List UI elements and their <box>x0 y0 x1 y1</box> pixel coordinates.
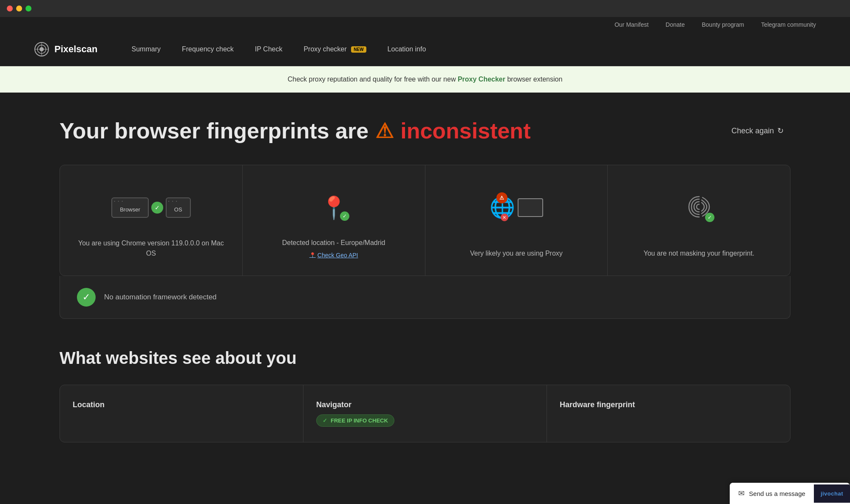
os-box-icon: OS <box>166 197 191 218</box>
proxy-card-text: Very likely you are using Proxy <box>470 248 563 259</box>
location-check-icon: ✓ <box>340 211 349 221</box>
websites-section-title: What websites see about you <box>60 349 790 368</box>
chat-brand: jivochat <box>814 484 850 503</box>
check-again-label: Check again <box>731 127 774 135</box>
check-geo-api-link[interactable]: 📍 Check Geo API <box>309 252 358 259</box>
telegram-community-link[interactable]: Telegram community <box>761 21 816 28</box>
hero-row: Your browser fingerprints are ⚠ inconsis… <box>60 118 790 144</box>
chat-label: Send us a message <box>749 490 805 497</box>
nav-summary[interactable]: Summary <box>132 45 161 53</box>
browser-box-icon: Browser <box>111 197 149 218</box>
check-arrow-icon: ✓ <box>151 202 163 214</box>
fingerprint-card: ✓ You are not masking your fingerprint. <box>608 165 790 276</box>
location-card-text: Detected location - Europe/Madrid <box>282 238 385 248</box>
bottom-location-title: Location <box>73 400 290 409</box>
bottom-navigator-title: Navigator <box>316 400 534 409</box>
fingerprint-icon-wrap: ✓ <box>686 193 713 222</box>
fingerprint-check-icon: ✓ <box>705 213 714 222</box>
chat-widget[interactable]: ✉ Send us a message jivochat <box>730 483 850 504</box>
bounty-program-link[interactable]: Bounty program <box>702 21 744 28</box>
os-label: OS <box>174 206 182 213</box>
main-nav: Summary Frequency check IP Check Proxy c… <box>132 45 816 53</box>
screen-icon <box>518 198 543 217</box>
location-icon-area: 📍 ✓ <box>320 186 348 229</box>
browser-card: Browser ✓ OS You are using Chrome versio… <box>60 165 243 276</box>
hero-heading: Your browser fingerprints are ⚠ inconsis… <box>60 118 530 144</box>
nav-proxy-checker[interactable]: Proxy checker NEW <box>303 45 366 53</box>
logo-icon <box>34 42 49 57</box>
proxy-new-badge: NEW <box>351 46 366 53</box>
chat-icon: ✉ <box>738 489 745 498</box>
bottom-navigator-card: Navigator ✓ FREE IP INFO CHECK <box>303 385 547 442</box>
close-button[interactable] <box>7 6 13 11</box>
browser-icon-area: Browser ✓ OS <box>111 186 190 229</box>
promo-banner: Check proxy reputation and quality for f… <box>0 66 850 93</box>
our-manifest-link[interactable]: Our Manifest <box>615 21 649 28</box>
donate-link[interactable]: Donate <box>666 21 685 28</box>
nav-location-info[interactable]: Location info <box>388 45 426 53</box>
fingerprint-icon-area: ✓ <box>686 186 713 229</box>
bottom-hardware-title: Hardware fingerprint <box>560 400 777 409</box>
proxy-x-icon: ✕ <box>501 214 508 221</box>
bottom-hardware-card: Hardware fingerprint <box>547 385 790 442</box>
fingerprint-card-text: You are not masking your fingerprint. <box>643 248 754 259</box>
hero-prefix: Your browser fingerprints are <box>60 118 368 144</box>
logo[interactable]: Pixelscan <box>34 42 98 57</box>
no-automation-bar: ✓ No automation framework detected <box>60 276 790 319</box>
proxy-warning-icon: ⚠ <box>496 192 507 203</box>
summary-cards: Browser ✓ OS You are using Chrome versio… <box>60 165 790 276</box>
bottom-navigator-badge[interactable]: ✓ FREE IP INFO CHECK <box>316 414 394 427</box>
location-icon-wrap: 📍 ✓ <box>320 195 348 221</box>
banner-text-before: Check proxy reputation and quality for f… <box>288 76 458 83</box>
nav-ip-check[interactable]: IP Check <box>255 45 283 53</box>
proxy-checker-link[interactable]: Proxy Checker <box>458 76 505 83</box>
browser-card-text: You are using Chrome version 119.0.0.0 o… <box>73 238 230 259</box>
banner-text-after: browser extension <box>505 76 562 83</box>
location-card: 📍 ✓ Detected location - Europe/Madrid 📍 … <box>243 165 425 276</box>
main-content: Your browser fingerprints are ⚠ inconsis… <box>0 93 850 459</box>
warning-icon: ⚠ <box>375 119 394 143</box>
titlebar <box>0 0 850 17</box>
bottom-cards-row: Location Navigator ✓ FREE IP INFO CHECK … <box>60 385 790 442</box>
nav-frequency-check[interactable]: Frequency check <box>182 45 234 53</box>
proxy-card: 🌐 ⚠ ✕ Very likely you are using Proxy <box>425 165 608 276</box>
refresh-icon: ↻ <box>777 126 784 135</box>
automation-check-icon: ✓ <box>77 288 96 307</box>
check-again-button[interactable]: Check again ↻ <box>725 123 790 139</box>
bottom-location-card: Location <box>60 385 303 442</box>
chat-main-button[interactable]: ✉ Send us a message <box>730 483 814 504</box>
minimize-button[interactable] <box>16 6 22 11</box>
logo-text: Pixelscan <box>54 44 98 55</box>
automation-text: No automation framework detected <box>104 293 217 301</box>
browser-label: Browser <box>120 206 140 213</box>
header: Pixelscan Summary Frequency check IP Che… <box>0 32 850 66</box>
maximize-button[interactable] <box>26 6 31 11</box>
hero-status: inconsistent <box>400 118 530 144</box>
proxy-icon-area: 🌐 ⚠ ✕ <box>490 186 543 229</box>
browser-os-icon: Browser ✓ OS <box>111 197 190 218</box>
proxy-icon-wrap: 🌐 ⚠ ✕ <box>490 196 543 220</box>
utility-bar: Our Manifest Donate Bounty program Teleg… <box>0 17 850 32</box>
